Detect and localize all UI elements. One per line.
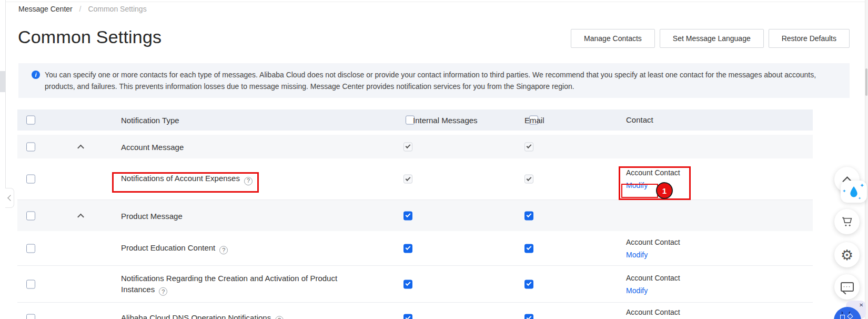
chatbot-close-icon[interactable]: ✕ (859, 302, 863, 308)
internal-messages-checkbox[interactable] (403, 314, 412, 319)
info-banner: i You can specify one or more contacts f… (18, 63, 850, 98)
notification-type-label: Product Message (121, 210, 183, 221)
modify-link[interactable]: Modify (626, 248, 680, 261)
notification-type-label: Account Message (121, 141, 184, 152)
sparkle-icon: ✦ (842, 189, 846, 194)
common-settings-page: Message Center / Common Settings Common … (0, 0, 868, 319)
table-header-row: Notification Type Internal Messages Emai… (17, 109, 813, 131)
breadcrumb-separator: / (79, 5, 82, 13)
table-rows: Account MessageNotifications of Account … (17, 135, 813, 319)
contact-cell: Account ContactModify (626, 306, 680, 319)
column-notification-type: Notification Type (121, 115, 179, 126)
breadcrumb-message-center[interactable]: Message Center (18, 5, 73, 13)
help-icon[interactable]: ? (219, 246, 228, 254)
table-row: Product Message (17, 200, 813, 231)
contact-name: Account Contact (626, 166, 680, 179)
collapse-caret-icon[interactable] (75, 212, 86, 219)
row-select-checkbox[interactable] (26, 175, 35, 184)
row-select-checkbox[interactable] (26, 314, 35, 319)
collapse-caret-icon[interactable] (75, 143, 86, 150)
help-icon[interactable]: ? (244, 177, 253, 185)
manage-contacts-button[interactable]: Manage Contacts (571, 29, 655, 48)
contact-cell: Account ContactModify (626, 272, 680, 297)
table-row: Product Education Content?Account Contac… (17, 231, 813, 266)
row-select-checkbox[interactable] (26, 142, 35, 151)
contact-name: Account Contact (626, 272, 680, 284)
scrollbar-thumb[interactable] (865, 68, 867, 96)
internal-messages-checkbox[interactable] (403, 211, 412, 220)
settings-button[interactable]: ⚙ (834, 242, 860, 267)
internal-messages-checkbox[interactable] (403, 142, 412, 151)
set-message-language-button[interactable]: Set Message Language (660, 29, 764, 48)
help-icon[interactable]: ? (275, 316, 284, 319)
contact-name: Account Contact (626, 236, 680, 248)
email-checkbox[interactable] (524, 280, 533, 288)
notification-settings-table: Notification Type Internal Messages Emai… (17, 109, 813, 319)
scrollbar[interactable] (865, 0, 868, 319)
restore-defaults-button[interactable]: Restore Defaults (769, 29, 850, 48)
notification-type-label: Notifications of Account Expenses? (121, 173, 253, 185)
email-checkbox[interactable] (524, 244, 533, 253)
email-checkbox[interactable] (524, 211, 533, 220)
notification-type-label: Notifications Regarding the Creation and… (121, 272, 355, 296)
internal-messages-checkbox[interactable] (403, 175, 412, 184)
table-row: Account Message (17, 135, 813, 158)
contact-name: Account Contact (626, 306, 680, 318)
column-email: Email (524, 116, 544, 125)
header-actions: Manage Contacts Set Message Language Res… (571, 29, 850, 48)
sidebar-edge (5, 0, 6, 188)
cart-icon (841, 215, 854, 228)
assistant-droplet-button[interactable]: ✦ ✦ ✦ (841, 181, 867, 203)
email-checkbox[interactable] (524, 175, 533, 184)
email-checkbox[interactable] (524, 142, 533, 151)
table-row: Notifications Regarding the Creation and… (17, 266, 813, 303)
notification-type-label: Alibaba Cloud DNS Operation Notification… (121, 312, 284, 319)
internal-messages-checkbox[interactable] (403, 244, 412, 253)
cart-button[interactable] (834, 209, 860, 234)
robot-body-square (840, 315, 845, 319)
table-row: Alibaba Cloud DNS Operation Notification… (17, 303, 813, 319)
chevron-left-icon (7, 195, 13, 201)
sidebar-collapse-handle[interactable] (5, 188, 14, 208)
feedback-button[interactable]: ··· (834, 274, 860, 300)
help-icon[interactable]: ? (159, 287, 167, 296)
top-divider (5, 2, 868, 2)
column-contact: Contact (626, 114, 653, 126)
sparkle-icon: ✦ (860, 183, 864, 188)
notification-type-label: Product Education Content? (121, 242, 228, 255)
assistant-droplet-icon (849, 186, 859, 198)
annotation-step-badge: 1 (656, 182, 673, 199)
row-select-checkbox[interactable] (26, 244, 35, 253)
breadcrumb-common-settings: Common Settings (88, 5, 146, 13)
feedback-chat-icon: ··· (841, 282, 854, 292)
breadcrumb: Message Center / Common Settings (18, 5, 147, 13)
info-icon: i (32, 71, 40, 79)
row-select-checkbox[interactable] (26, 211, 35, 220)
page-title: Common Settings (18, 27, 162, 47)
internal-messages-checkbox[interactable] (403, 280, 412, 288)
sidebar-collapsed-strip (0, 71, 5, 92)
contact-cell: Account ContactModify (626, 236, 680, 261)
table-row: Notifications of Account Expenses?Accoun… (17, 158, 813, 200)
sparkle-icon: ✦ (858, 197, 861, 201)
info-banner-text: You can specify one or more contacts for… (45, 69, 834, 92)
column-internal-messages: Internal Messages (413, 116, 478, 125)
email-checkbox[interactable] (524, 314, 533, 319)
select-all-checkbox[interactable] (26, 116, 35, 125)
row-select-checkbox[interactable] (26, 280, 35, 288)
gear-icon: ⚙ (841, 248, 853, 262)
modify-link[interactable]: Modify (626, 284, 680, 297)
